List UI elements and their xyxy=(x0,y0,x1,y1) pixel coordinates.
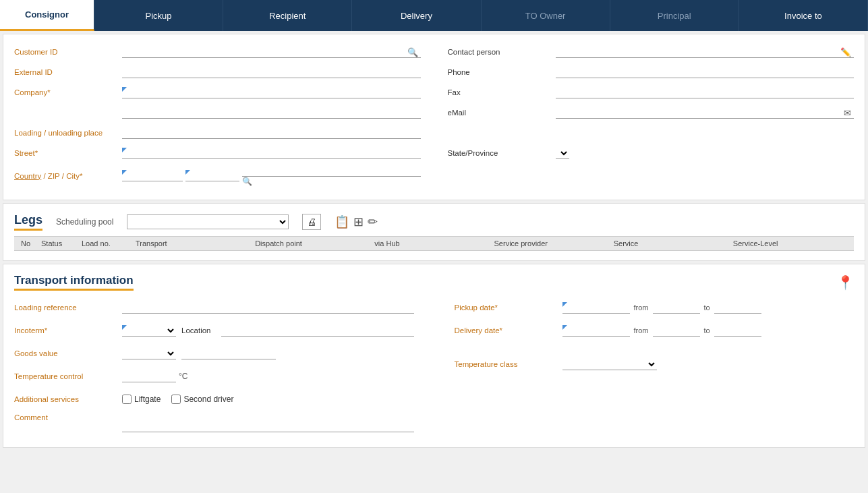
legs-title: Legs xyxy=(14,213,42,231)
legs-container: Legs Scheduling pool 🖨 📋 ⊞ ✏ No Status L… xyxy=(14,213,854,251)
incoterm-select-wrapper xyxy=(122,325,176,337)
state-label: State/Province xyxy=(448,149,556,157)
delivery-to-input[interactable] xyxy=(714,325,761,337)
scheduling-pool-label: Scheduling pool xyxy=(56,217,113,227)
pickup-from-input[interactable] xyxy=(653,302,700,314)
tab-invoice-to[interactable]: Invoice to xyxy=(739,0,868,31)
pickup-to-label: to xyxy=(704,303,710,312)
doc-icon-3[interactable]: ✏ xyxy=(368,214,378,229)
delivery-date-input[interactable] xyxy=(562,325,630,337)
delivery-to-label: to xyxy=(704,326,710,335)
liftgate-checkbox[interactable] xyxy=(122,395,132,404)
print-button[interactable]: 🖨 xyxy=(302,214,321,230)
fax-label: Fax xyxy=(448,88,556,96)
doc-icons: 📋 ⊞ ✏ xyxy=(335,214,378,229)
customer-id-row: Customer ID 🔍 xyxy=(14,44,421,60)
incoterm-corner-mark xyxy=(122,325,127,330)
pickup-date-wrapper xyxy=(562,302,630,314)
address-row: 🔍 xyxy=(122,165,421,186)
phone-row: Phone xyxy=(448,64,855,80)
delivery-date-corner xyxy=(562,325,567,330)
pickup-date-input[interactable] xyxy=(562,302,630,314)
street-row: Street* xyxy=(14,145,421,161)
temp-class-label: Temperature class xyxy=(455,360,562,368)
customer-id-input-wrapper: 🔍 xyxy=(122,47,421,58)
consignor-section: Customer ID 🔍 External ID Company* xyxy=(3,34,865,200)
city-input-wrapper: 🔍 xyxy=(242,165,421,186)
country-input-wrapper xyxy=(122,170,183,181)
liftgate-checkbox-label[interactable]: Liftgate xyxy=(122,395,161,404)
country-link[interactable]: Country xyxy=(14,172,41,180)
transport-title: Transport information xyxy=(14,274,134,291)
tab-recipient[interactable]: Recipient xyxy=(223,0,352,31)
scheduling-pool-select[interactable] xyxy=(127,214,289,229)
delivery-date-label: Delivery date* xyxy=(455,326,562,335)
transport-header: Transport information 📍 xyxy=(14,274,854,291)
comment-label: Comment xyxy=(14,413,122,422)
second-driver-checkbox-label[interactable]: Second driver xyxy=(171,395,233,404)
col-no: No xyxy=(18,239,38,248)
goods-value-input[interactable] xyxy=(181,348,276,359)
city-input[interactable] xyxy=(242,165,421,177)
zip-input[interactable] xyxy=(185,170,239,181)
contact-person-wrapper: ✏️ xyxy=(556,47,855,58)
doc-icon-2[interactable]: ⊞ xyxy=(353,214,364,229)
temp-class-select[interactable] xyxy=(562,359,657,370)
temp-class-row: Temperature class xyxy=(455,355,855,373)
tab-principal-label: Principal xyxy=(658,11,691,21)
goods-select[interactable] xyxy=(122,348,176,359)
delivery-from-label: from xyxy=(634,326,649,335)
doc-icon-1[interactable]: 📋 xyxy=(335,214,349,229)
city-search-icon: 🔍 xyxy=(242,177,252,186)
fax-wrapper xyxy=(556,87,855,98)
incoterm-row: Incoterm* Location xyxy=(14,322,414,339)
incoterm-select[interactable] xyxy=(122,325,176,337)
second-driver-checkbox[interactable] xyxy=(171,395,181,404)
location-input[interactable] xyxy=(221,325,413,337)
tab-principal[interactable]: Principal xyxy=(610,0,739,31)
phone-input[interactable] xyxy=(556,67,855,78)
contact-person-input[interactable] xyxy=(556,47,855,58)
tab-pickup[interactable]: Pickup xyxy=(94,0,223,31)
state-select[interactable] xyxy=(556,148,569,159)
country-input[interactable] xyxy=(122,170,183,181)
email-wrapper: ✉ xyxy=(556,107,855,119)
external-id-row: External ID xyxy=(14,64,421,80)
pickup-to-input[interactable] xyxy=(714,302,761,314)
col-status: Status xyxy=(38,239,79,248)
comment-textarea[interactable] xyxy=(122,413,414,432)
external-id-input[interactable] xyxy=(122,67,421,78)
customer-id-input[interactable] xyxy=(122,47,421,58)
tab-delivery[interactable]: Delivery xyxy=(352,0,481,31)
tab-consignor[interactable]: Consignor xyxy=(0,0,94,31)
tab-to-owner[interactable]: TO Owner xyxy=(482,0,610,31)
delivery-from-input[interactable] xyxy=(653,325,700,337)
company-extra-input[interactable] xyxy=(122,107,421,119)
temp-control-wrapper: °C xyxy=(122,371,187,382)
pickup-date-corner xyxy=(562,302,567,307)
loading-ref-input[interactable] xyxy=(122,302,414,314)
loading-place-input[interactable] xyxy=(122,127,421,139)
email-input[interactable] xyxy=(556,107,855,119)
map-icon: 📍 xyxy=(837,274,854,291)
delivery-date-wrapper xyxy=(562,325,630,337)
fax-row: Fax xyxy=(448,84,855,100)
fax-input[interactable] xyxy=(556,87,855,98)
consignor-right-col: Contact person ✏️ Phone Fax xyxy=(448,44,855,190)
transport-grid: Loading reference Incoterm* Location xyxy=(14,299,854,438)
street-input[interactable] xyxy=(122,148,421,159)
col-service-level: Service-Level xyxy=(730,239,850,248)
temp-control-input[interactable] xyxy=(122,371,176,382)
location-label: Location xyxy=(181,326,210,335)
tab-invoice-to-label: Invoice to xyxy=(784,11,822,21)
zip-city-suffix: / ZIP / City* xyxy=(43,172,82,180)
country-zip-city-label: Country / ZIP / City* xyxy=(14,172,122,180)
company-input[interactable] xyxy=(122,87,421,98)
country-zip-city-row: Country / ZIP / City* 🔍 xyxy=(14,165,421,186)
external-id-input-wrapper xyxy=(122,67,421,78)
company-extra-row xyxy=(14,105,421,121)
pickup-date-row: Pickup date* from to xyxy=(455,299,855,316)
comment-row: Comment xyxy=(14,413,414,432)
col-service: Service xyxy=(611,239,730,248)
col-via-hub: via Hub xyxy=(372,239,491,248)
